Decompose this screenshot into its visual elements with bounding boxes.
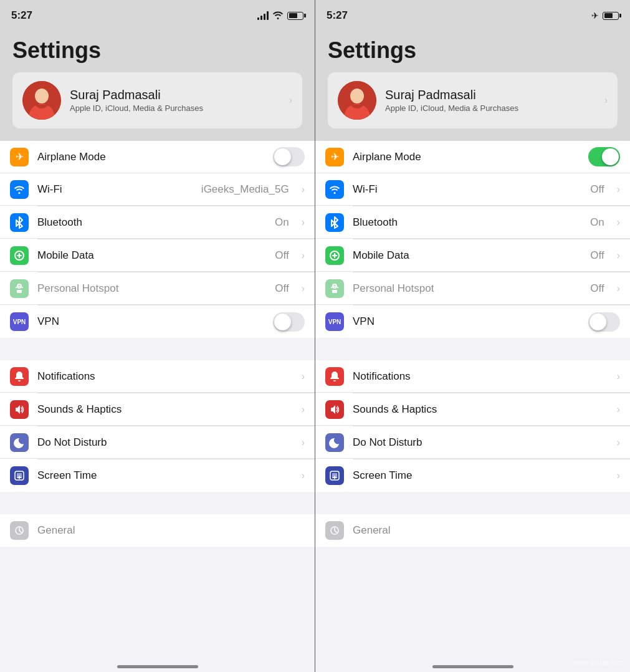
right-vpn-toggle[interactable] <box>588 312 620 332</box>
right-hotspot-chevron: › <box>617 283 620 294</box>
left-sounds-chevron: › <box>302 404 305 415</box>
right-phone-panel: 5:27 ✈ Settings Suraj Padmasali <box>315 0 630 672</box>
right-profile-chevron: › <box>604 95 608 106</box>
right-airplane-icon: ✈ <box>325 148 344 166</box>
right-sounds-row[interactable]: Sounds & Haptics › <box>315 393 630 426</box>
left-wifi-icon <box>10 180 29 199</box>
left-sounds-label: Sounds & Haptics <box>37 403 293 416</box>
left-vpn-icon: VPN <box>10 312 29 331</box>
svg-point-11 <box>350 89 364 103</box>
right-bluetooth-icon <box>325 213 344 232</box>
left-bluetooth-icon <box>10 213 29 232</box>
right-mobiledata-value: Off <box>590 249 604 262</box>
right-airplane-toggle[interactable] <box>588 147 620 166</box>
right-notifications-chevron: › <box>617 371 620 382</box>
left-bluetooth-row[interactable]: Bluetooth On › <box>0 206 315 239</box>
left-general-label: General <box>37 524 305 537</box>
left-wifi-chevron: › <box>302 184 305 195</box>
right-screentime-chevron: › <box>617 470 620 481</box>
right-settings-title: Settings <box>328 37 618 64</box>
right-profile-info: Suraj Padmasali Apple ID, iCloud, Media … <box>385 88 596 113</box>
right-screentime-label: Screen Time <box>353 469 608 482</box>
right-general-label: General <box>353 524 620 537</box>
right-hotspot-value: Off <box>590 282 604 295</box>
right-notifications-icon <box>325 367 344 386</box>
left-wifi-label: Wi-Fi <box>37 183 193 196</box>
left-network-section: Wi-Fi iGeeks_Media_5G › Bluetooth On › <box>0 173 315 338</box>
left-vpn-toggle[interactable] <box>273 312 305 332</box>
left-vpn-row[interactable]: VPN VPN <box>0 305 315 338</box>
left-hotspot-value: Off <box>275 282 289 295</box>
svg-point-4 <box>18 254 21 257</box>
right-mobiledata-row[interactable]: Mobile Data Off › <box>315 239 630 272</box>
right-profile-card[interactable]: Suraj Padmasali Apple ID, iCloud, Media … <box>328 72 618 128</box>
battery-icon <box>287 12 303 20</box>
left-hotspot-chevron: › <box>302 283 305 294</box>
left-airplane-toggle[interactable] <box>273 147 305 166</box>
left-hotspot-row[interactable]: Personal Hotspot Off › <box>0 272 315 305</box>
left-hotspot-label: Personal Hotspot <box>37 282 266 295</box>
right-mobiledata-label: Mobile Data <box>353 249 581 262</box>
left-divider2 <box>0 492 315 514</box>
right-network-section: Wi-Fi Off › Bluetooth On › <box>315 173 630 338</box>
right-sounds-chevron: › <box>617 404 620 415</box>
left-general-row[interactable]: General <box>0 514 315 547</box>
left-mobiledata-icon <box>10 246 29 265</box>
left-status-icons <box>257 11 303 21</box>
right-dnd-row[interactable]: Do Not Disturb › <box>315 426 630 459</box>
svg-point-1 <box>35 89 49 103</box>
left-mobiledata-value: Off <box>275 249 289 262</box>
left-profile-card[interactable]: Suraj Padmasali Apple ID, iCloud, Media … <box>12 72 302 128</box>
right-hotspot-icon <box>325 279 344 298</box>
right-profile-subtitle: Apple ID, iCloud, Media & Purchases <box>385 103 596 113</box>
right-dnd-chevron: › <box>617 437 620 448</box>
left-wifi-row[interactable]: Wi-Fi iGeeks_Media_5G › <box>0 173 315 206</box>
left-profile-chevron: › <box>289 95 292 106</box>
left-sounds-row[interactable]: Sounds & Haptics › <box>0 393 315 426</box>
left-vpn-toggle-knob <box>274 314 291 330</box>
right-bluetooth-value: On <box>590 216 604 229</box>
right-wifi-chevron: › <box>617 184 620 195</box>
right-sounds-label: Sounds & Haptics <box>353 403 608 416</box>
left-general-section: Notifications › Sounds & Haptics › <box>0 360 315 492</box>
left-general-icon <box>10 521 29 540</box>
right-sounds-icon <box>325 400 344 419</box>
left-screentime-row[interactable]: Screen Time › <box>0 459 315 492</box>
left-profile-info: Suraj Padmasali Apple ID, iCloud, Media … <box>70 88 280 113</box>
left-notifications-row[interactable]: Notifications › <box>0 360 315 393</box>
signal-bars-icon <box>257 11 269 20</box>
right-wifi-label: Wi-Fi <box>353 183 581 196</box>
right-airplane-row[interactable]: ✈ Airplane Mode <box>315 141 630 173</box>
right-dnd-icon <box>325 433 344 452</box>
left-notifications-icon <box>10 367 29 386</box>
right-wifi-row[interactable]: Wi-Fi Off › <box>315 173 630 206</box>
right-notifications-row[interactable]: Notifications › <box>315 360 630 393</box>
left-screentime-icon <box>10 466 29 485</box>
left-hotspot-icon <box>10 279 29 298</box>
left-airplane-row[interactable]: ✈ Airplane Mode <box>0 141 315 173</box>
right-airplane-label: Airplane Mode <box>353 151 580 163</box>
left-mobiledata-row[interactable]: Mobile Data Off › <box>0 239 315 272</box>
left-time: 5:27 <box>11 9 32 22</box>
left-airplane-label: Airplane Mode <box>37 151 264 163</box>
left-wifi-value: iGeeks_Media_5G <box>201 183 289 196</box>
left-sounds-icon <box>10 400 29 419</box>
right-bluetooth-row[interactable]: Bluetooth On › <box>315 206 630 239</box>
left-dnd-row[interactable]: Do Not Disturb › <box>0 426 315 459</box>
wifi-status-icon <box>272 11 284 21</box>
left-vpn-label: VPN <box>37 315 264 328</box>
left-settings-title: Settings <box>12 37 302 64</box>
right-mobiledata-chevron: › <box>617 250 620 261</box>
right-status-icons: ✈ <box>591 11 619 21</box>
right-divider2 <box>315 492 630 514</box>
right-hotspot-row[interactable]: Personal Hotspot Off › <box>315 272 630 305</box>
right-vpn-row[interactable]: VPN VPN <box>315 305 630 338</box>
right-wifi-value: Off <box>590 183 604 196</box>
right-screentime-row[interactable]: Screen Time › <box>315 459 630 492</box>
left-dnd-label: Do Not Disturb <box>37 436 293 449</box>
right-home-indicator <box>432 665 513 668</box>
left-notifications-chevron: › <box>302 371 305 382</box>
right-airplane-toggle-knob <box>602 148 619 165</box>
right-general-row[interactable]: General <box>315 514 630 547</box>
left-screentime-chevron: › <box>302 470 305 481</box>
